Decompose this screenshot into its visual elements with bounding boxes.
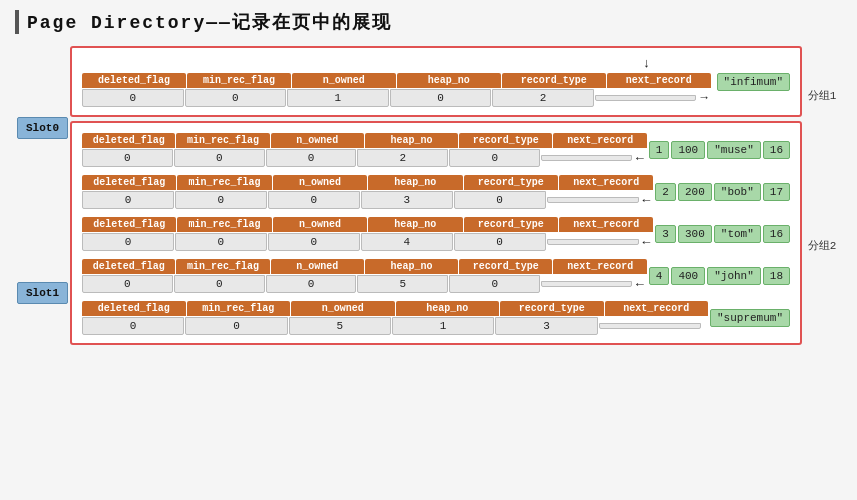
full-record-row: deleted_flagmin_rec_flagn_ownedheap_nore…	[82, 133, 790, 167]
value-cell: 0	[175, 233, 267, 251]
header-cell: next_record	[553, 133, 646, 148]
value-cell: 5	[357, 275, 448, 293]
record-value-row: 00030←	[82, 191, 653, 209]
value-cell: 5	[289, 317, 391, 335]
value-cell: 2	[492, 89, 594, 107]
value-cell	[595, 95, 697, 101]
header-cell: record_type	[459, 133, 552, 148]
record-value-row: 00040←	[82, 233, 653, 251]
record-row: deleted_flagmin_rec_flagn_ownedheap_nore…	[82, 299, 790, 335]
record-left: deleted_flagmin_rec_flagn_ownedheap_nore…	[82, 217, 653, 251]
header-cell: deleted_flag	[82, 175, 176, 190]
header-cell: min_rec_flag	[177, 217, 271, 232]
value-cell: 0	[174, 149, 265, 167]
diagram-area: Slot0 Slot1 ↓ deleted_flagmin_rec_flagn_…	[15, 46, 842, 345]
full-record-row: deleted_flagmin_rec_flagn_ownedheap_nore…	[82, 175, 790, 209]
extra-cell: 16	[763, 141, 790, 159]
record-left: deleted_flagmin_rec_flagn_ownedheap_nore…	[82, 175, 653, 209]
value-cell: 0	[82, 275, 173, 293]
extra-cell: 200	[678, 183, 712, 201]
value-cell: 3	[495, 317, 597, 335]
header-cell: next_record	[553, 259, 646, 274]
value-cell: 0	[454, 191, 546, 209]
header-cell: n_owned	[292, 73, 396, 88]
record-value-row: 00020←	[82, 149, 647, 167]
record-left: deleted_flagmin_rec_flagn_ownedheap_nore…	[82, 301, 708, 335]
full-record-row: deleted_flagmin_rec_flagn_ownedheap_nore…	[82, 259, 790, 293]
header-cell: deleted_flag	[82, 259, 175, 274]
arrow-right-g1: →	[700, 91, 707, 105]
extra-cells: 3300"tom"16	[655, 225, 790, 243]
value-cell: 4	[361, 233, 453, 251]
header-cell: record_type	[502, 73, 606, 88]
extra-cell: 400	[671, 267, 705, 285]
group1-infimum: "infimum"	[717, 73, 790, 91]
extra-cell: 100	[671, 141, 705, 159]
arrow-indicator: ←	[643, 193, 651, 208]
page-title: Page Directory——记录在页中的展现	[15, 10, 842, 34]
record-row: deleted_flagmin_rec_flagn_ownedheap_nore…	[82, 131, 790, 167]
header-cell: min_rec_flag	[187, 301, 291, 316]
header-cell: min_rec_flag	[187, 73, 291, 88]
header-cell: n_owned	[273, 217, 367, 232]
extra-cell: 300	[678, 225, 712, 243]
extra-cell: 4	[649, 267, 670, 285]
slot0-area: Slot0	[15, 117, 70, 139]
record-left: deleted_flagmin_rec_flagn_ownedheap_nore…	[82, 133, 647, 167]
extra-cell: 17	[763, 183, 790, 201]
value-cell: 0	[82, 149, 173, 167]
header-cell: next_record	[605, 301, 709, 316]
full-record-row: deleted_flagmin_rec_flagn_ownedheap_nore…	[82, 301, 790, 335]
arrow-down-g1: ↓	[643, 56, 651, 71]
header-cell: heap_no	[397, 73, 501, 88]
value-cell	[547, 239, 639, 245]
group-labels: 分组1 分组2	[802, 46, 842, 345]
header-cell: next_record	[559, 217, 653, 232]
value-cell: 0	[185, 89, 287, 107]
header-cell: n_owned	[273, 175, 367, 190]
value-cell: 0	[268, 191, 360, 209]
extra-cell: "tom"	[714, 225, 761, 243]
value-cell: 0	[268, 233, 360, 251]
header-cell: min_rec_flag	[177, 175, 271, 190]
record-row: deleted_flagmin_rec_flagn_ownedheap_nore…	[82, 215, 790, 251]
arrow-indicator: ←	[636, 277, 644, 292]
header-cell: min_rec_flag	[176, 133, 269, 148]
group1-record: ↓ deleted_flagmin_rec_flagn_ownedheap_no…	[82, 56, 711, 107]
extra-cell: 16	[763, 225, 790, 243]
record-left: deleted_flagmin_rec_flagn_ownedheap_nore…	[82, 259, 647, 293]
slot1-area: Slot1	[15, 282, 70, 304]
value-cell: 0	[175, 191, 267, 209]
group1-box: ↓ deleted_flagmin_rec_flagn_ownedheap_no…	[70, 46, 802, 117]
header-cell: deleted_flag	[82, 73, 186, 88]
header-cell: record_type	[500, 301, 604, 316]
value-cell: 2	[357, 149, 448, 167]
value-cell: 0	[82, 89, 184, 107]
extra-cell: 2	[655, 183, 676, 201]
extra-cell: "john"	[707, 267, 761, 285]
page-container: Page Directory——记录在页中的展现 Slot0 Slot1 ↓ d…	[15, 10, 842, 345]
record-row: deleted_flagmin_rec_flagn_ownedheap_nore…	[82, 173, 790, 209]
value-cell: 3	[361, 191, 453, 209]
group1-header-row: deleted_flagmin_rec_flagn_ownedheap_nore…	[82, 73, 711, 88]
value-cell: 0	[82, 317, 184, 335]
slot0-label: Slot0	[17, 117, 68, 139]
header-cell: deleted_flag	[82, 133, 175, 148]
extra-cells: 2200"bob"17	[655, 183, 790, 201]
arrow-indicator: ←	[636, 151, 644, 166]
group1-label: 分组1	[802, 46, 842, 146]
value-cell	[541, 155, 632, 161]
record-header-row: deleted_flagmin_rec_flagn_ownedheap_nore…	[82, 133, 647, 148]
header-cell: next_record	[607, 73, 711, 88]
extra-cell: "bob"	[714, 183, 761, 201]
extra-cells: 1100"muse"16	[649, 141, 790, 159]
value-cell: 0	[454, 233, 546, 251]
value-cell: 0	[82, 233, 174, 251]
header-cell: n_owned	[271, 259, 364, 274]
value-cell: 0	[266, 149, 357, 167]
full-record-row: deleted_flagmin_rec_flagn_ownedheap_nore…	[82, 217, 790, 251]
value-cell: 0	[82, 191, 174, 209]
value-cell	[547, 197, 639, 203]
value-cell	[541, 281, 632, 287]
value-cell	[599, 323, 701, 329]
